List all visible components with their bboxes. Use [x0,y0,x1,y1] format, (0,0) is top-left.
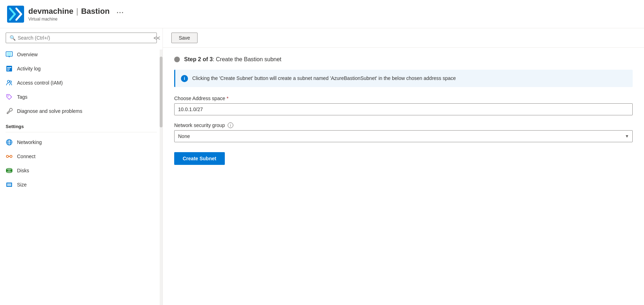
sidebar-item-access-control-label: Access control (IAM) [17,80,63,86]
step-bold: Step 2 of 3 [184,56,213,62]
collapse-sidebar-button[interactable]: << [151,33,163,44]
main-content-area: Save Step 2 of 3: Create the Bastion sub… [163,28,644,305]
step-header: Step 2 of 3: Create the Bastion subnet [174,56,633,63]
sidebar-item-tags[interactable]: Tags [0,90,163,104]
sidebar-item-tags-label: Tags [17,94,28,100]
create-subnet-button[interactable]: Create Subnet [174,152,225,165]
disks-icon [6,167,13,174]
size-icon [6,181,13,188]
monitor-icon [6,51,13,58]
search-icon: 🔍 [10,35,16,41]
main-toolbar: Save [163,28,644,48]
main-content: Step 2 of 3: Create the Bastion subnet i… [163,48,644,173]
sidebar-item-networking-label: Networking [17,139,42,145]
resource-name: devmachine [28,7,73,16]
scrollbar-track [160,50,163,305]
sidebar-item-size-label: Size [17,182,27,188]
search-input[interactable] [18,35,153,41]
info-banner: i Clicking the 'Create Subnet' button wi… [174,70,633,87]
svg-point-14 [10,81,12,83]
step-indicator [174,57,180,62]
address-space-input[interactable] [174,103,633,115]
nsg-select[interactable]: None Option1 Option2 [174,130,633,142]
address-space-label-text: Choose Address space [174,96,225,101]
sidebar-item-overview[interactable]: Overview [0,47,163,62]
sidebar: 🔍 << Overview [0,28,163,305]
settings-divider [6,132,157,132]
sidebar-item-diagnose-label: Diagnose and solve problems [17,108,82,114]
search-bar: 🔍 [0,28,163,47]
people-icon [6,79,13,86]
svg-rect-30 [7,183,11,186]
settings-section-label: Settings [0,118,163,132]
svg-rect-10 [7,67,11,68]
svg-rect-12 [7,70,9,71]
resource-icon [7,6,24,23]
nsg-label: Network security group i [174,122,633,128]
svg-point-13 [7,80,10,82]
sidebar-item-networking[interactable]: Networking [0,135,163,149]
header-title-group: devmachine | Bastion ... Virtual machine [28,7,124,22]
network-icon [6,139,13,146]
sidebar-item-connect[interactable]: Connect [0,149,163,163]
sidebar-item-disks[interactable]: Disks [0,163,163,178]
header-subtitle: Virtual machine [28,17,124,22]
header-title: devmachine | Bastion ... [28,7,124,16]
sidebar-item-connect-label: Connect [17,154,35,159]
search-input-wrapper[interactable]: 🔍 [6,33,157,43]
page-header: devmachine | Bastion ... Virtual machine [0,0,644,28]
nsg-select-wrapper: None Option1 Option2 ▼ [174,130,633,142]
step-subtitle: : Create the Bastion subnet [213,56,281,62]
nsg-group: Network security group i None Option1 Op… [174,122,633,142]
svg-point-21 [6,155,8,157]
connect-icon [6,153,13,160]
wrench-icon [6,108,13,115]
sidebar-item-size[interactable]: Size [0,178,163,192]
svg-rect-6 [7,52,11,56]
svg-rect-11 [7,69,10,69]
nsg-label-text: Network security group [174,122,225,128]
tag-icon [6,93,13,100]
page-name: Bastion [81,7,110,16]
address-space-group: Choose Address space * [174,96,633,115]
main-layout: 🔍 << Overview [0,28,644,305]
address-space-label: Choose Address space * [174,96,633,101]
info-icon: i [181,75,188,82]
header-separator: | [76,7,78,16]
activity-icon [6,65,13,72]
scrollbar-thumb[interactable] [160,57,163,127]
nsg-info-icon[interactable]: i [228,122,233,128]
sidebar-item-disks-label: Disks [17,168,29,173]
sidebar-item-activity-log-label: Activity log [17,66,41,71]
svg-point-22 [10,155,12,157]
save-button[interactable]: Save [171,33,198,43]
sidebar-item-activity-log[interactable]: Activity log [0,62,163,76]
svg-point-15 [8,96,9,97]
required-indicator: * [227,96,228,101]
step-title: Step 2 of 3: Create the Bastion subnet [184,56,281,63]
info-text: Clicking the 'Create Subnet' button will… [192,75,456,82]
sidebar-item-diagnose[interactable]: Diagnose and solve problems [0,104,163,118]
nav-items: Overview Activity log [0,47,163,305]
sidebar-item-access-control[interactable]: Access control (IAM) [0,76,163,90]
more-options-button[interactable]: ... [117,7,124,15]
sidebar-item-overview-label: Overview [17,52,38,57]
